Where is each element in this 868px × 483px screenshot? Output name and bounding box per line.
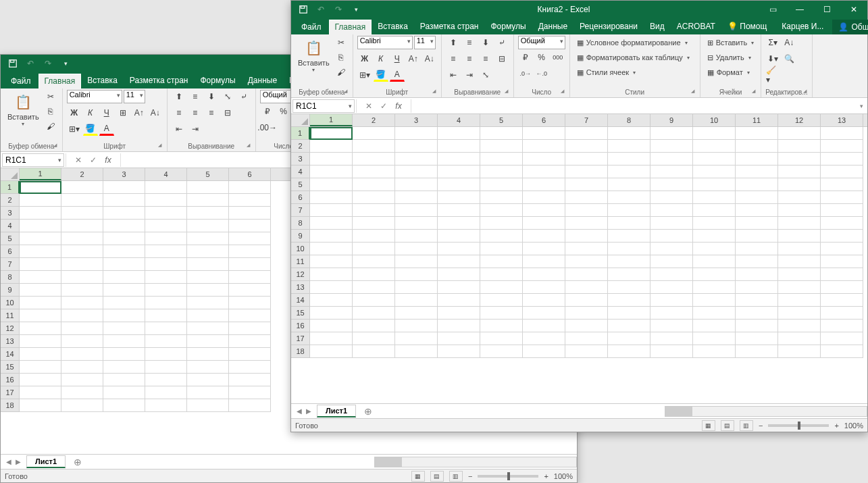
cell[interactable]	[145, 258, 187, 271]
col-header[interactable]: 1	[20, 168, 61, 180]
cancel-icon[interactable]: ✕	[362, 99, 376, 113]
cell[interactable]	[20, 232, 61, 245]
cell[interactable]	[438, 166, 480, 178]
row-header[interactable]: 13	[1, 335, 20, 348]
cell[interactable]	[523, 268, 565, 281]
cell[interactable]	[565, 166, 608, 178]
align-top-button[interactable]: ⬆	[172, 90, 186, 103]
cell[interactable]	[187, 399, 229, 412]
cell[interactable]	[565, 191, 608, 204]
cell[interactable]	[565, 153, 608, 166]
cell[interactable]	[565, 217, 608, 230]
cell[interactable]	[103, 220, 145, 232]
cell[interactable]	[693, 217, 736, 230]
cell[interactable]	[693, 345, 736, 358]
percent-button[interactable]: %	[276, 105, 291, 118]
row-header[interactable]: 6	[291, 191, 310, 204]
col-header[interactable]: 6	[523, 114, 565, 126]
underline-button[interactable]: Ч	[99, 106, 114, 120]
cell[interactable]	[229, 386, 271, 399]
tab-insert[interactable]: Вставка	[372, 19, 414, 34]
find-button[interactable]: 🔍	[782, 52, 796, 66]
qat-dropdown-icon[interactable]: ▾	[348, 2, 364, 17]
cell[interactable]	[145, 220, 187, 232]
wrap-text-button[interactable]: ⤶	[494, 36, 509, 49]
border-button[interactable]: ⊞	[116, 106, 130, 120]
cell[interactable]	[61, 271, 103, 284]
cell[interactable]	[438, 178, 480, 191]
cell[interactable]	[778, 307, 821, 320]
row-header[interactable]: 2	[1, 194, 20, 207]
align-bottom-button[interactable]: ⬇	[204, 90, 219, 103]
cell[interactable]	[821, 294, 863, 307]
tab-file[interactable]: Файл	[294, 20, 329, 34]
cell[interactable]	[229, 271, 271, 284]
cell[interactable]	[650, 204, 693, 217]
cell[interactable]	[310, 191, 353, 204]
cell[interactable]	[821, 204, 863, 217]
cell[interactable]	[353, 320, 395, 332]
cell[interactable]	[736, 268, 778, 281]
tab-layout[interactable]: Разметка стран	[124, 73, 195, 88]
cell[interactable]	[353, 345, 395, 358]
cell[interactable]	[229, 245, 271, 258]
cell[interactable]	[61, 309, 103, 322]
cell[interactable]	[187, 220, 229, 232]
cell[interactable]	[480, 345, 523, 358]
cell[interactable]	[61, 220, 103, 232]
zoom-level[interactable]: 100%	[844, 422, 863, 430]
tab-acrobat[interactable]: ACROBAT	[671, 19, 721, 34]
cell[interactable]	[229, 284, 271, 297]
grow-font-button[interactable]: A↑	[406, 52, 421, 66]
cell[interactable]	[693, 307, 736, 320]
fill-color-button[interactable]: 🪣	[83, 122, 98, 136]
cell[interactable]	[693, 320, 736, 332]
cell[interactable]	[20, 271, 61, 284]
row-header[interactable]: 18	[291, 345, 310, 358]
cell[interactable]	[103, 245, 145, 258]
select-all-corner[interactable]	[1, 168, 20, 180]
cell[interactable]	[61, 335, 103, 348]
delete-cells-button[interactable]: ⊟ Удалить▾	[705, 51, 754, 64]
page-break-view-icon[interactable]: ▥	[740, 420, 753, 431]
align-middle-button[interactable]: ≡	[188, 90, 203, 103]
cell[interactable]	[438, 191, 480, 204]
cell[interactable]	[145, 386, 187, 399]
row-header[interactable]: 1	[1, 181, 20, 194]
cell[interactable]	[310, 243, 353, 255]
cell[interactable]	[20, 361, 61, 374]
cell[interactable]	[353, 153, 395, 166]
cell[interactable]	[145, 322, 187, 335]
cell[interactable]	[103, 194, 145, 207]
cell[interactable]	[650, 153, 693, 166]
cell[interactable]	[20, 348, 61, 361]
add-sheet-button[interactable]: ⊕	[361, 406, 375, 417]
row-header[interactable]: 11	[291, 255, 310, 268]
cell[interactable]	[145, 245, 187, 258]
row-header[interactable]: 4	[1, 220, 20, 232]
cell[interactable]	[480, 166, 523, 178]
tab-formulas[interactable]: Формулы	[484, 19, 532, 34]
cell[interactable]	[310, 127, 353, 140]
cell[interactable]	[395, 320, 438, 332]
cell[interactable]	[353, 217, 395, 230]
cell[interactable]	[103, 271, 145, 284]
row-header[interactable]: 16	[1, 374, 20, 386]
font-name-combo[interactable]: Calibri	[67, 90, 122, 103]
borders-button[interactable]: ⊞▾	[67, 122, 82, 136]
row-header[interactable]: 3	[291, 153, 310, 166]
cell[interactable]	[693, 230, 736, 243]
cell[interactable]	[608, 127, 650, 140]
col-header[interactable]: 2	[353, 114, 395, 126]
cell[interactable]	[438, 243, 480, 255]
redo-icon[interactable]: ↷	[40, 56, 56, 71]
cut-icon[interactable]: ✂	[43, 90, 58, 103]
currency-button[interactable]: ₽	[518, 51, 533, 64]
cell[interactable]	[145, 361, 187, 374]
cell[interactable]	[480, 178, 523, 191]
row-header[interactable]: 10	[1, 297, 20, 309]
cell[interactable]	[821, 320, 863, 332]
cell[interactable]	[650, 166, 693, 178]
cell[interactable]	[565, 178, 608, 191]
cell[interactable]	[229, 258, 271, 271]
